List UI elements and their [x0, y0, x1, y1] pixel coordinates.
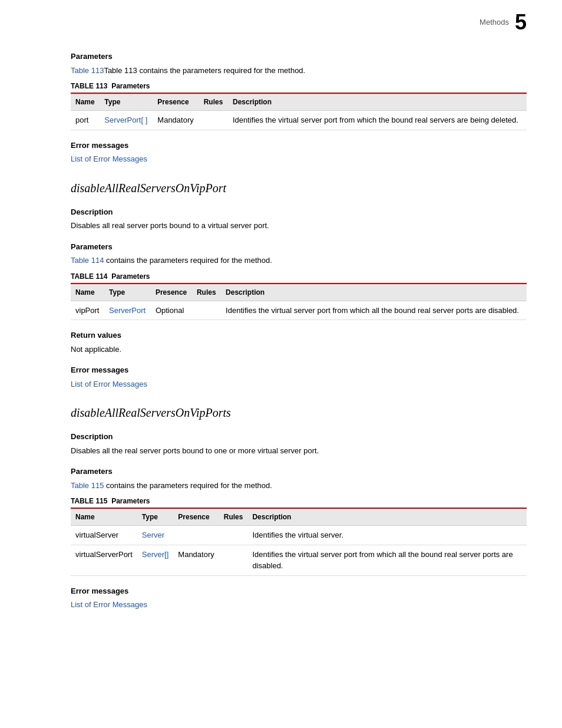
page-number: 5: [515, 12, 527, 33]
error-messages-link-2[interactable]: List of Error Messages: [71, 380, 147, 388]
table115-link[interactable]: Table 115: [71, 481, 104, 490]
col-type: Type: [104, 284, 151, 301]
col-rules: Rules: [192, 284, 221, 301]
table113-link[interactable]: Table 113: [71, 66, 104, 75]
cell-name: virtualServerPort: [71, 545, 137, 575]
type-link[interactable]: ServerPort[ ]: [104, 116, 147, 124]
method3-desc-text: Disables all the real server ports bound…: [71, 445, 527, 457]
type-link[interactable]: Server: [142, 531, 164, 539]
method2-params-intro: Table 114 contains the parameters requir…: [71, 255, 527, 266]
page-header: Methods 5: [71, 12, 527, 33]
method2-params-heading: Parameters: [71, 241, 527, 253]
method2-error-link: List of Error Messages: [71, 378, 527, 390]
cell-description: Identifies the virtual server port from …: [247, 545, 527, 575]
col-type: Type: [100, 93, 153, 111]
method2-desc-heading: Description: [71, 206, 527, 218]
cell-description: Identifies the virtual server port from …: [228, 111, 527, 130]
cell-presence: Mandatory: [173, 545, 219, 575]
method2-return-text: Not applicable.: [71, 344, 527, 355]
cell-type: ServerPort: [104, 301, 151, 320]
type-link[interactable]: ServerPort: [109, 306, 146, 315]
method2-return-heading: Return values: [71, 330, 527, 341]
table-header-row: Name Type Presence Rules Description: [71, 284, 527, 301]
col-presence: Presence: [151, 284, 192, 301]
table-114: Name Type Presence Rules Description vip…: [71, 283, 527, 321]
table-row: virtualServer Server Identifies the virt…: [71, 526, 527, 545]
table-header-row: Name Type Presence Rules Description: [71, 508, 527, 526]
cell-description: Identifies the virtual server port from …: [221, 301, 527, 320]
method3-error-heading: Error messages: [71, 585, 527, 597]
table-row: port ServerPort[ ] Mandatory Identifies …: [71, 111, 527, 130]
col-description: Description: [228, 93, 527, 111]
parameters-intro-1: Table 113Table 113 contains the paramete…: [71, 65, 527, 77]
table-row: vipPort ServerPort Optional Identifies t…: [71, 301, 527, 320]
method2-title: disableAllRealServersOnVipPort: [71, 179, 527, 197]
cell-description: Identifies the virtual server.: [247, 526, 527, 545]
section-label: Methods: [480, 17, 509, 28]
cell-type: Server: [137, 526, 174, 545]
col-name: Name: [71, 284, 104, 301]
method3-params-heading: Parameters: [71, 466, 527, 477]
method2-section: disableAllRealServersOnVipPort Descripti…: [71, 179, 527, 390]
col-presence: Presence: [173, 508, 219, 526]
method3-params-intro: Table 115 contains the parameters requir…: [71, 480, 527, 492]
error-link-1: List of Error Messages: [71, 153, 527, 165]
table115-label: TABLE 115 Parameters: [71, 496, 527, 506]
col-description: Description: [221, 284, 527, 301]
method3-title: disableAllRealServersOnVipPorts: [71, 404, 527, 421]
cell-type: ServerPort[ ]: [100, 111, 153, 130]
cell-rules: [192, 301, 221, 320]
method3-error-link: List of Error Messages: [71, 599, 527, 611]
col-presence: Presence: [153, 93, 199, 111]
cell-name: port: [71, 111, 100, 130]
method2-error-heading: Error messages: [71, 364, 527, 376]
cell-name: vipPort: [71, 301, 104, 320]
type-link[interactable]: Server[]: [142, 550, 169, 559]
method2-desc-text: Disables all real server ports bound to …: [71, 220, 527, 232]
table-row: virtualServerPort Server[] Mandatory Ide…: [71, 545, 527, 575]
col-name: Name: [71, 93, 100, 111]
col-type: Type: [137, 508, 174, 526]
table114-link[interactable]: Table 114: [71, 256, 104, 265]
cell-presence: Mandatory: [153, 111, 199, 130]
section1: Parameters Table 113Table 113 contains t…: [71, 51, 527, 165]
cell-rules: [219, 545, 248, 575]
col-rules: Rules: [199, 93, 228, 111]
col-description: Description: [247, 508, 527, 526]
error-messages-link-3[interactable]: List of Error Messages: [71, 600, 147, 609]
error-messages-link-1[interactable]: List of Error Messages: [71, 154, 147, 163]
cell-rules: [199, 111, 228, 130]
table113-label: TABLE 113 Parameters: [71, 81, 527, 91]
table-113: Name Type Presence Rules Description por…: [71, 93, 527, 130]
col-name: Name: [71, 508, 137, 526]
col-rules: Rules: [219, 508, 248, 526]
error-heading-1: Error messages: [71, 140, 527, 151]
cell-presence: [173, 526, 219, 545]
table-115: Name Type Presence Rules Description vir…: [71, 508, 527, 576]
table114-label: TABLE 114 Parameters: [71, 271, 527, 282]
table-header-row: Name Type Presence Rules Description: [71, 93, 527, 111]
method3-section: disableAllRealServersOnVipPorts Descript…: [71, 404, 527, 611]
parameters-heading-1: Parameters: [71, 51, 527, 62]
cell-name: virtualServer: [71, 526, 137, 545]
cell-presence: Optional: [151, 301, 192, 320]
cell-type: Server[]: [137, 545, 174, 575]
cell-rules: [219, 526, 248, 545]
method3-desc-heading: Description: [71, 431, 527, 443]
